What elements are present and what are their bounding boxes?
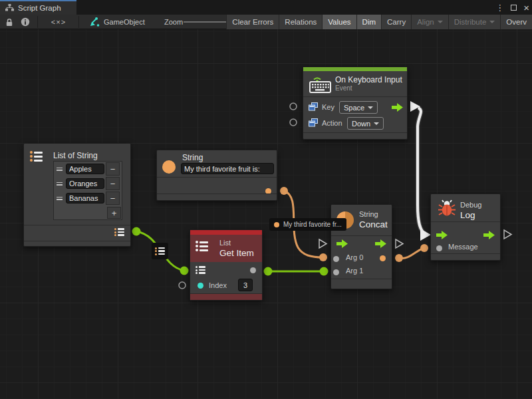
script-graph-window: Script Graph ⋮ × <×> [0,0,532,399]
error-header: List Get Item [190,235,262,262]
node-title: Get Item [219,248,254,258]
list-inline-editor: − − − + [53,161,122,220]
graph-canvas[interactable]: On Keyboard Input Event Key Space Action [0,29,532,399]
node-title: Concat [359,219,388,229]
clear-errors-button[interactable]: Clear Errors [226,15,279,29]
wire-concat-to-log[interactable] [395,244,428,262]
action-port-icon[interactable] [309,118,318,127]
remove-item-button[interactable]: − [106,177,120,190]
title-bar: Script Graph ⋮ × [0,0,532,15]
error-strip [190,230,262,235]
unconnected-port-key[interactable] [290,103,297,110]
unconnected-port-index[interactable] [179,282,186,289]
node-on-keyboard-input[interactable]: On Keyboard Input Event Key Space Action [303,66,408,140]
list-item-input[interactable] [66,164,104,174]
divider [331,235,392,236]
relations-button[interactable]: Relations [279,15,322,29]
control-input-port[interactable] [436,231,448,239]
graph-icon [5,4,14,12]
info-button[interactable] [19,15,32,29]
control-output-port[interactable] [483,231,495,239]
arg0-label: Arg 0 [346,253,363,261]
overview-button[interactable]: Overv [500,15,532,29]
chevron-down-icon [489,21,495,23]
action-dropdown[interactable]: Down [347,117,384,130]
node-string-literal[interactable]: String [156,150,277,201]
node-title: String [182,153,203,162]
list-input-port[interactable] [196,266,205,274]
index-label: Index [209,281,227,289]
result-output-port[interactable] [380,255,386,261]
divider [303,96,407,97]
item-output-port[interactable] [250,267,256,273]
graph-toolbar: <×> GameObject Zoom 1x Clear Errors Rela… [0,15,532,29]
message-label: Message [448,243,478,251]
wire-keyboard-to-log[interactable] [410,101,431,241]
dim-button[interactable]: Dim [356,15,381,29]
window-menu-icon[interactable]: ⋮ [495,3,504,12]
control-output-port[interactable] [392,103,403,112]
drag-handle-icon[interactable] [55,197,65,200]
control-input-port[interactable] [336,239,348,248]
keycode-port-icon[interactable] [309,102,318,111]
node-title: Log [460,210,475,220]
drag-handle-icon[interactable] [55,182,65,186]
remove-item-button[interactable]: − [106,192,120,205]
control-output-port[interactable] [375,239,386,248]
arg0-input-port[interactable] [333,256,339,262]
arg1-input-port[interactable] [333,269,339,275]
drag-handle-icon[interactable] [55,168,65,171]
arg1-label: Arg 1 [346,267,363,275]
message-input-port[interactable] [436,245,442,251]
unconnected-port-action[interactable] [290,119,297,126]
event-strip [303,67,407,71]
gameobject-graph-icon [89,17,100,27]
unconnected-control-out-concat[interactable] [396,239,403,248]
control-wire-end-arrow [420,229,431,241]
node-debug-log[interactable]: Debug Log Message [430,194,501,261]
list-icon [155,247,165,255]
list-output-port[interactable] [114,228,124,236]
wire-value-label: My third favorite fr... [283,221,342,228]
node-get-item[interactable]: List Get Item Index [190,229,263,301]
wire-getitem-to-concat[interactable] [264,267,329,276]
add-item-button[interactable]: + [107,207,121,219]
code-view-button[interactable]: <×> [45,15,72,29]
distribute-button[interactable]: Distribute [448,15,501,29]
carry-button[interactable]: Carry [381,15,411,29]
unconnected-control-in-concat[interactable] [319,239,327,248]
lock-button[interactable] [3,15,16,29]
gameobject-context[interactable]: GameObject [89,15,145,29]
code-icon: <×> [51,18,66,26]
divider [331,279,392,279]
remove-item-button[interactable]: − [106,162,120,176]
align-button[interactable]: Align [411,15,448,29]
divider [157,194,277,194]
action-label: Action [322,119,342,127]
node-title: On Keyboard Input [335,75,402,84]
list-item-input[interactable] [66,193,104,203]
info-icon [21,17,30,27]
node-category: String [359,210,378,218]
node-concat[interactable]: String Concat Arg 0 Arg 1 [331,204,392,289]
divider [157,177,277,178]
string-value-input[interactable] [181,163,274,174]
wire-value-badge-list [152,243,168,259]
close-icon[interactable]: × [523,3,529,13]
index-input[interactable] [238,279,253,291]
list-item-row: − [54,162,122,176]
list-icon [30,151,43,162]
list-item-input[interactable] [66,178,104,189]
key-dropdown[interactable]: Space [339,101,378,114]
index-input-port[interactable] [198,283,203,289]
unconnected-control-out-log[interactable] [504,230,511,239]
maximize-icon[interactable] [511,5,517,11]
values-button[interactable]: Values [322,15,356,29]
tab-script-graph[interactable]: Script Graph [0,0,76,15]
toolbar-separator [37,16,38,28]
chevron-down-icon [368,106,373,109]
string-type-icon [274,222,279,227]
node-list-of-string[interactable]: List of String − − − + [23,143,131,247]
chevron-down-icon [374,122,379,125]
toolbar-button-group: Clear Errors Relations Values Dim Carry … [226,15,532,29]
